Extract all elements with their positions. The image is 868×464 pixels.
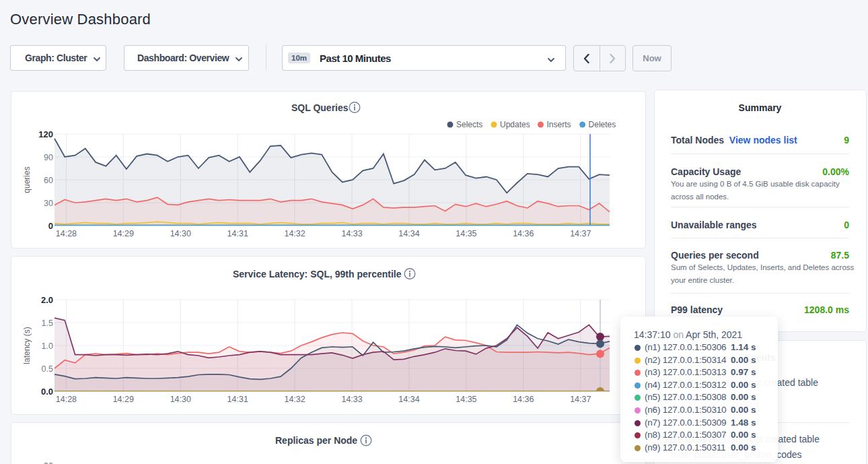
svg-text:14:33: 14:33 [341,395,362,404]
svg-text:14:37: 14:37 [570,229,591,238]
svg-text:Selects: Selects [456,120,482,129]
svg-text:1.0: 1.0 [42,341,53,351]
svg-text:14:35: 14:35 [456,229,476,238]
svg-text:14:28: 14:28 [56,395,77,404]
svg-text:14:36: 14:36 [513,229,534,238]
svg-text:Deletes: Deletes [589,120,616,129]
svg-text:14:30: 14:30 [170,395,191,404]
svg-text:30: 30 [44,199,53,208]
svg-text:1.5: 1.5 [42,319,53,328]
svg-text:Service Latency: SQL, 99th per: Service Latency: SQL, 99th percentile [233,269,402,279]
svg-text:0: 0 [48,221,53,231]
svg-text:14:30: 14:30 [170,229,191,238]
svg-text:Updates: Updates [500,120,530,129]
svg-text:0.0: 0.0 [41,387,53,397]
svg-text:14:36: 14:36 [513,395,534,404]
svg-text:14:34: 14:34 [398,395,419,404]
svg-text:14:32: 14:32 [284,229,305,238]
svg-text:14:31: 14:31 [227,229,248,238]
svg-text:14:28: 14:28 [56,229,77,238]
svg-text:14:29: 14:29 [113,395,134,404]
svg-text:60: 60 [44,176,53,185]
svg-text:latency (s): latency (s) [22,327,32,364]
svg-text:0.5: 0.5 [42,364,53,374]
svg-text:14:35: 14:35 [456,395,476,404]
svg-text:14:32: 14:32 [284,395,305,404]
svg-text:14:29: 14:29 [113,229,134,238]
svg-text:90: 90 [44,153,53,162]
svg-text:14:33: 14:33 [341,229,362,238]
svg-text:120: 120 [38,129,53,139]
svg-text:Replicas per Node: Replicas per Node [275,435,357,446]
svg-text:14:37: 14:37 [570,395,591,404]
svg-text:14:31: 14:31 [227,395,248,404]
svg-text:Inserts: Inserts [547,120,571,129]
svg-text:14:34: 14:34 [398,229,419,238]
svg-text:SQL Queries: SQL Queries [291,102,349,113]
svg-text:2.0: 2.0 [41,295,53,305]
svg-text:90: 90 [44,461,53,464]
svg-text:queries: queries [22,166,32,193]
